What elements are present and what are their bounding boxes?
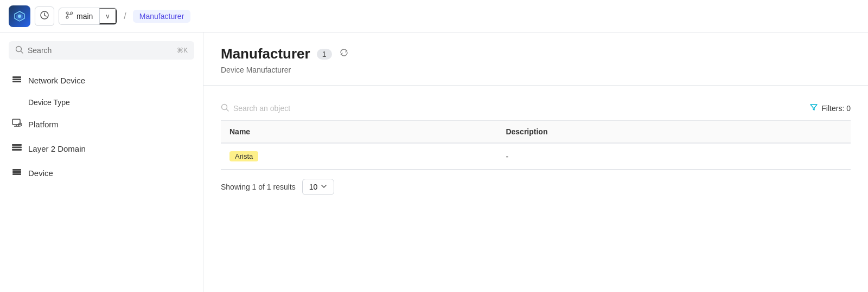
search-filter-bar: Search an object Filters: 0 bbox=[221, 96, 851, 121]
branch-selector[interactable]: main ∨ bbox=[59, 8, 117, 25]
sidebar-item-network-device[interactable]: Network Device bbox=[0, 68, 203, 93]
layer2-domain-label: Layer 2 Domain bbox=[28, 144, 86, 153]
svg-rect-23 bbox=[12, 171, 21, 173]
svg-point-8 bbox=[16, 47, 22, 52]
svg-point-6 bbox=[71, 12, 73, 14]
history-icon bbox=[40, 10, 49, 22]
search-icon bbox=[15, 46, 23, 55]
breadcrumb-separator: / bbox=[122, 11, 128, 21]
platform-label: Platform bbox=[28, 120, 59, 129]
network-device-label: Network Device bbox=[28, 76, 85, 85]
filter-label: Filters: 0 bbox=[821, 104, 851, 113]
branch-icon bbox=[66, 11, 73, 21]
svg-point-2 bbox=[18, 15, 21, 18]
svg-rect-11 bbox=[12, 79, 21, 80]
branch-dropdown-button[interactable]: ∨ bbox=[99, 8, 117, 24]
platform-icon bbox=[11, 118, 23, 131]
svg-rect-22 bbox=[12, 169, 21, 171]
device-icon bbox=[11, 166, 23, 180]
page-subtitle: Device Manufacturer bbox=[221, 66, 851, 74]
layer2-domain-icon bbox=[11, 142, 23, 155]
sidebar-item-platform[interactable]: Platform bbox=[0, 112, 203, 137]
arista-badge: Arista bbox=[229, 151, 258, 161]
search-shortcut: ⌘K bbox=[177, 47, 188, 54]
svg-rect-21 bbox=[12, 149, 22, 151]
count-badge: 1 bbox=[317, 49, 332, 60]
chevron-down-icon: ∨ bbox=[105, 12, 110, 20]
breadcrumb-active[interactable]: Manufacturer bbox=[133, 10, 190, 23]
branch-name-area: main bbox=[59, 8, 99, 24]
svg-point-4 bbox=[66, 12, 68, 14]
sidebar: Search ⌘K Network Device Device Type bbox=[0, 33, 203, 292]
search-bar-left: Search bbox=[15, 46, 52, 55]
sidebar-item-device-type[interactable]: Device Type bbox=[0, 93, 203, 112]
svg-line-18 bbox=[20, 125, 21, 125]
page-header: Manufacturer 1 bbox=[221, 46, 851, 62]
col-name: Name bbox=[221, 121, 497, 143]
app-logo[interactable] bbox=[9, 5, 30, 27]
object-search[interactable]: Search an object bbox=[221, 103, 801, 113]
search-object-icon bbox=[221, 103, 229, 113]
pagination-info: Showing 1 of 1 results bbox=[221, 183, 296, 191]
sidebar-item-layer2-domain[interactable]: Layer 2 Domain bbox=[0, 137, 203, 161]
chevron-down-icon bbox=[321, 183, 327, 191]
cell-description: - bbox=[497, 143, 851, 170]
device-label: Device bbox=[28, 168, 53, 178]
sidebar-item-device[interactable]: Device bbox=[0, 161, 203, 185]
page-title: Manufacturer bbox=[221, 46, 310, 62]
svg-point-5 bbox=[66, 16, 68, 18]
refresh-icon bbox=[339, 49, 349, 60]
search-object-placeholder: Search an object bbox=[233, 104, 290, 113]
col-description: Description bbox=[497, 121, 851, 143]
device-type-label: Device Type bbox=[28, 98, 70, 107]
svg-line-26 bbox=[227, 109, 229, 112]
branch-label: main bbox=[76, 12, 93, 21]
data-table: Name Description Arista- bbox=[221, 121, 851, 170]
table-header-row: Name Description bbox=[221, 121, 851, 143]
filter-icon bbox=[809, 103, 818, 114]
svg-rect-20 bbox=[12, 147, 22, 148]
pagination-bar: Showing 1 of 1 results 10 bbox=[221, 170, 851, 204]
layout: Search ⌘K Network Device Device Type bbox=[0, 33, 868, 292]
svg-rect-10 bbox=[12, 76, 21, 78]
svg-rect-19 bbox=[12, 144, 22, 146]
svg-line-9 bbox=[21, 51, 23, 54]
search-bar[interactable]: Search ⌘K bbox=[9, 41, 194, 60]
svg-point-25 bbox=[222, 105, 227, 110]
history-button[interactable] bbox=[35, 7, 54, 26]
table-row[interactable]: Arista- bbox=[221, 143, 851, 170]
main-content: Manufacturer 1 Device Manufacturer bbox=[203, 33, 868, 292]
svg-rect-12 bbox=[12, 81, 21, 82]
header-divider bbox=[203, 85, 868, 86]
svg-rect-24 bbox=[12, 173, 21, 175]
network-device-icon bbox=[11, 74, 23, 87]
refresh-button[interactable] bbox=[339, 47, 349, 61]
cell-name[interactable]: Arista bbox=[221, 143, 497, 170]
per-page-select[interactable]: 10 bbox=[302, 179, 335, 195]
topbar: main ∨ / Manufacturer bbox=[0, 0, 868, 33]
per-page-value: 10 bbox=[309, 183, 318, 191]
filter-button[interactable]: Filters: 0 bbox=[809, 103, 851, 114]
search-label: Search bbox=[28, 46, 52, 55]
